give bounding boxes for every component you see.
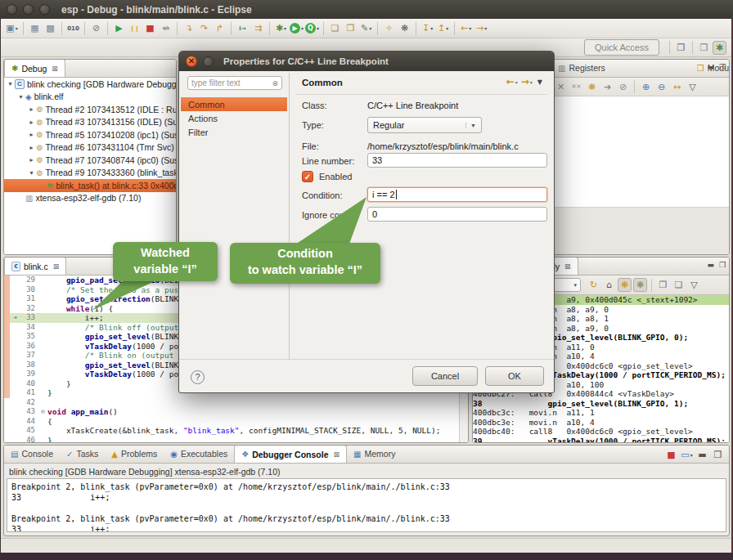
dialog-close-button[interactable]: ✕ [186, 56, 197, 67]
open-perspective-icon[interactable]: ❒ [674, 41, 688, 55]
condition-field[interactable]: i == 2 [367, 187, 547, 202]
tree-item[interactable]: ≡blink_task() at blink.c:33 0x400dbc14 [4, 179, 176, 192]
collapse-all-icon[interactable]: ⊖ [654, 80, 668, 94]
tree-expand-icon[interactable]: ▸ [27, 131, 36, 138]
tab-blink-c[interactable]: c blink.c ⊠ [4, 257, 66, 275]
save-icon[interactable]: ▦ [28, 21, 42, 35]
close-icon[interactable]: ⊠ [53, 262, 60, 271]
view-menu-icon[interactable]: ▼ [537, 78, 542, 86]
cpp-perspective-icon[interactable]: ❒ [697, 41, 711, 55]
tab-debug[interactable]: ✱ Debug ⊠ [4, 59, 65, 77]
disassembly-line[interactable]: 400dbc40: call8 0x400dc6c0 <gpio_set_lev… [473, 427, 729, 437]
maximize-icon[interactable]: ❒ [719, 261, 726, 269]
dialog-nav-filter[interactable]: Filter [181, 125, 287, 139]
view-menu-icon[interactable]: ▽ [686, 80, 699, 94]
dialog-nav-common[interactable]: Common [181, 97, 287, 111]
sync-with-context-icon[interactable]: ❋ [618, 278, 632, 292]
remove-selected-breakpoints-icon[interactable]: ✕ [554, 80, 568, 94]
mark-occurrences-icon[interactable]: ✎▾ [359, 21, 373, 35]
tab-executables[interactable]: ◉Executables [164, 445, 234, 463]
line-number-field[interactable]: 33 [367, 153, 547, 168]
disassembly-source-line[interactable]: 38 gpio_set_level(BLINK_GPIO, 1); [473, 399, 729, 409]
skip-all-breakpoints-icon[interactable]: ⊘ [616, 80, 630, 94]
window-minimize-button[interactable] [23, 4, 34, 15]
breakpoint-arrow-icon[interactable]: ➔ [10, 313, 20, 323]
code-line[interactable]: 46} [4, 436, 458, 443]
view-menu-icon[interactable]: ▽ [687, 278, 701, 292]
tree-expand-icon[interactable]: ▾ [16, 93, 25, 101]
debug-perspective-icon[interactable]: ✱ [713, 41, 726, 55]
terminate-icon[interactable]: ■ [143, 21, 157, 35]
tree-item[interactable]: ▸⊚Thread #7 1073408744 (ipc0) (Suspended… [4, 154, 176, 167]
forward-icon[interactable]: → [521, 76, 529, 87]
go-to-line-icon[interactable]: ↥▾ [436, 21, 450, 35]
console-output[interactable]: Breakpoint 2, blink_task (pvParameter=0x… [7, 478, 726, 532]
code-line[interactable]: 43⊖void app_main() [4, 407, 458, 417]
tree-expand-icon[interactable]: ▾ [27, 169, 36, 177]
last-edit-location-icon[interactable]: ↧▾ [420, 21, 434, 35]
expand-all-icon[interactable]: ⊕ [639, 80, 653, 94]
disassembly-line[interactable]: 400dbc3c: movi.n a11, 1 [473, 408, 729, 418]
step-return-icon[interactable]: ↱ [213, 21, 227, 35]
tree-expand-icon[interactable]: ▸ [27, 144, 36, 151]
minimize-icon[interactable]: ▬ [707, 63, 714, 71]
tree-item[interactable]: ▾Cblink checking [GDB Hardware Debugging… [4, 78, 176, 91]
tree-item[interactable]: ▸⊚Thread #3 1073413156 (IDLE) (Suspended… [4, 116, 176, 129]
tree-expand-icon[interactable]: ▸ [27, 105, 36, 113]
save-all-icon[interactable]: ▩ [43, 21, 57, 35]
disassembly-source-line[interactable]: 39 vTaskDelay(1000 / portTICK_PERIOD_MS)… [473, 437, 729, 443]
tree-expand-icon[interactable]: ▾ [6, 80, 15, 87]
open-resource-icon[interactable]: ❐ [344, 21, 358, 35]
new-wizard-icon[interactable]: ▣▾ [5, 21, 19, 35]
show-breakpoints-for-target-icon[interactable]: ❋ [585, 80, 599, 94]
run-icon[interactable]: ▶▾ [290, 21, 304, 35]
tab-tasks[interactable]: ✓Tasks [60, 445, 105, 463]
close-icon[interactable]: ⊠ [564, 262, 571, 271]
step-over-icon[interactable]: ↷ [197, 21, 211, 35]
tab-registers[interactable]: ▥Registers [551, 59, 612, 77]
tree-item[interactable]: ▸⊚Thread #2 1073413512 (IDLE : Running) [4, 103, 176, 116]
show-source-icon[interactable]: ❋ [633, 278, 647, 292]
instruction-stepping-icon[interactable]: i→ [236, 21, 250, 35]
search-icon[interactable]: ✧ [382, 21, 396, 35]
display-selected-console-icon[interactable]: ▭▾ [680, 448, 694, 462]
remove-all-breakpoints-icon[interactable]: ✕✕ [569, 80, 583, 94]
tree-item[interactable]: ▥xtensa-esp32-elf-gdb (7.10) [4, 192, 176, 205]
open-new-view-icon[interactable]: ❐ [656, 278, 670, 292]
binary-file-icon[interactable]: 010 [66, 21, 80, 35]
open-element-icon[interactable]: ❏ [328, 21, 342, 35]
tab-memory[interactable]: ▦Memory [347, 445, 402, 463]
tab-debugger-console[interactable]: ❖Debugger Console⊠ [234, 445, 347, 463]
minimize-icon[interactable]: ▬ [695, 448, 709, 462]
pin-icon[interactable]: ❏ [672, 278, 686, 292]
link-with-debug-view-icon[interactable]: ↔ [670, 80, 684, 94]
external-tools-icon[interactable]: Q▾ [305, 21, 319, 35]
tree-expand-icon[interactable]: ▸ [27, 119, 36, 126]
back-icon[interactable]: ← [506, 76, 515, 87]
maximize-icon[interactable]: ❒ [719, 63, 726, 71]
tree-item[interactable]: ▾⊚Thread #9 1073433360 (blink_task : Run… [4, 167, 176, 180]
minimize-icon[interactable]: ▬ [707, 261, 714, 269]
filter-input[interactable]: type filter text ⊗ [187, 76, 282, 90]
clear-filter-icon[interactable]: ⊗ [272, 79, 278, 87]
skip-all-breakpoints-icon[interactable]: ⊘ [89, 21, 103, 35]
build-console-icon[interactable]: ❋ [398, 21, 411, 35]
quick-access-button[interactable]: Quick Access [584, 39, 659, 56]
help-icon[interactable]: ? [191, 370, 205, 384]
tree-expand-icon[interactable]: ▸ [27, 156, 36, 164]
use-step-filters-icon[interactable]: ⇉ [251, 21, 265, 35]
code-line[interactable]: 44{ [4, 417, 458, 427]
disassembly-line[interactable]: 400dbc3e: movi.n a10, 4 [473, 418, 729, 428]
code-line[interactable]: 45 xTaskCreate(&blink_task, "blink_task"… [4, 426, 458, 436]
dialog-titlebar[interactable]: ✕ Properties for C/C++ Line Breakpoint [179, 52, 554, 71]
fold-marker-icon[interactable]: ⊖ [38, 407, 47, 417]
cancel-button[interactable]: Cancel [412, 366, 478, 386]
ignore-count-field[interactable]: 0 [367, 207, 547, 222]
maximize-icon[interactable]: ❒ [711, 448, 725, 462]
step-into-icon[interactable]: ↴ [182, 21, 196, 35]
close-icon[interactable]: ⊠ [52, 65, 58, 73]
dialog-nav-actions[interactable]: Actions [181, 111, 287, 125]
window-maximize-button[interactable] [39, 4, 50, 15]
type-dropdown[interactable]: Regular ▼ [367, 117, 482, 133]
tab-console[interactable]: ▤Console [4, 445, 60, 463]
